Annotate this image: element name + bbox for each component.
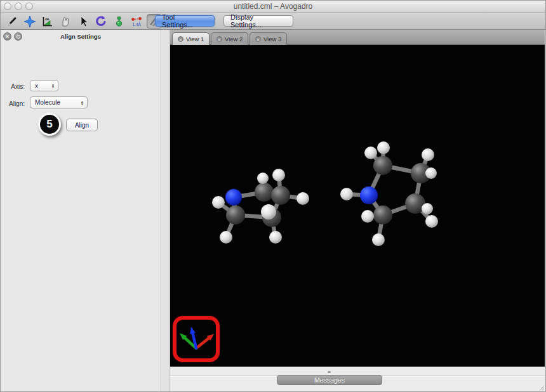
stepper-arrows-icon: ▲▼ (50, 83, 58, 88)
atom-h (261, 204, 276, 219)
atom-h (422, 148, 434, 161)
tool-buttons: ∞ (4, 13, 170, 29)
optimize-icon (112, 15, 125, 28)
atom-h (425, 167, 437, 179)
atom-n (225, 189, 242, 206)
atom-h (220, 231, 232, 244)
auto-optimize-tool-button[interactable] (111, 14, 126, 29)
window-title: untitled.cml – Avogadro (1, 2, 545, 11)
selection-tool-button[interactable] (76, 14, 91, 29)
measure-tool-button[interactable]: 1.4Å (129, 14, 144, 29)
tab-label: View 3 (263, 36, 281, 42)
atom-h (372, 233, 385, 246)
axis-label: Axis: (6, 83, 25, 90)
panel-header: ✕ Align Settings (1, 30, 161, 42)
measure-icon: 1.4Å (130, 15, 143, 28)
pencil-icon (6, 15, 18, 28)
atom-h (269, 231, 282, 244)
atom-c (373, 206, 392, 225)
molecule-scene (170, 45, 545, 367)
tab-close-icon[interactable]: ✕ (255, 36, 261, 42)
atom-c (271, 186, 290, 205)
svg-text:1.4Å: 1.4Å (133, 21, 142, 26)
tab-label: View 1 (186, 36, 204, 42)
atom-n (360, 186, 378, 204)
cursor-arrow-icon (77, 15, 90, 28)
rotate-arc-icon (95, 15, 107, 28)
align-button[interactable]: Align (66, 119, 98, 131)
align-label: Align: (6, 100, 25, 107)
atom-h (377, 141, 390, 154)
display-settings-button[interactable]: Display Settings... (223, 15, 293, 27)
view-tabbar: ✕ View 1 ✕ View 2 ✕ View 3 (170, 30, 545, 45)
atom-c (226, 206, 245, 225)
atom-c (373, 156, 392, 175)
manipulate-tool-button[interactable] (58, 14, 73, 29)
navigate-star-icon (23, 15, 36, 28)
window-titlebar: untitled.cml – Avogadro (1, 1, 545, 13)
atom-h (272, 169, 285, 181)
tab-close-icon[interactable]: ✕ (216, 36, 222, 42)
molecules (212, 141, 438, 246)
auto-rotate-tool-button[interactable] (93, 14, 109, 29)
align-dropdown-value: Molecule (30, 99, 79, 106)
stepper-arrows-icon: ▲▼ (79, 100, 87, 105)
atom-h (422, 203, 433, 214)
draw-tool-button[interactable] (4, 14, 20, 29)
resize-grip[interactable] (538, 384, 545, 391)
bond-graph-icon: ∞ (41, 15, 54, 28)
hand-icon (59, 15, 72, 28)
axis-dropdown-value: x (30, 82, 50, 89)
atom-c (255, 183, 274, 202)
avogadro-window: untitled.cml – Avogadro ∞ (0, 0, 546, 392)
atom-h (296, 192, 309, 205)
atom-h (340, 188, 353, 200)
atom-h (425, 215, 438, 228)
atom-h (364, 147, 377, 159)
atom-h (361, 210, 374, 223)
pyrrolidine-left (212, 169, 309, 244)
tab-close-icon[interactable]: ✕ (178, 36, 183, 42)
molecule-viewport[interactable] (170, 45, 545, 367)
align-settings-panel: ✕ Align Settings Axis: x ▲▼ Align: Molec… (1, 30, 161, 392)
step-badge: 5 (38, 113, 61, 136)
panel-title: Align Settings (1, 33, 161, 40)
messages-drawer-button[interactable]: Messages (277, 375, 382, 385)
tab-view-2[interactable]: ✕ View 2 (211, 32, 248, 45)
axis-annotation-highlight (173, 316, 220, 362)
tab-view-1[interactable]: ✕ View 1 (172, 32, 210, 45)
statusbar: Messages (170, 367, 545, 392)
svg-text:∞: ∞ (45, 16, 50, 22)
atom-h (212, 196, 225, 209)
tool-settings-button[interactable]: Tool Settings... (155, 15, 215, 27)
align-dropdown[interactable]: Molecule ▲▼ (30, 96, 88, 108)
atom-h (257, 173, 269, 184)
panel-splitter[interactable] (162, 30, 170, 392)
drawer-handle-dot (328, 371, 331, 373)
pyrrolidine-right (340, 141, 438, 246)
tab-label: View 2 (225, 36, 243, 42)
axis-dropdown[interactable]: x ▲▼ (30, 80, 58, 91)
navigate-tool-button[interactable] (22, 14, 37, 29)
bond-centric-tool-button[interactable]: ∞ (40, 14, 55, 29)
tab-view-3[interactable]: ✕ View 3 (250, 32, 287, 45)
main-toolbar: ∞ (1, 13, 545, 30)
